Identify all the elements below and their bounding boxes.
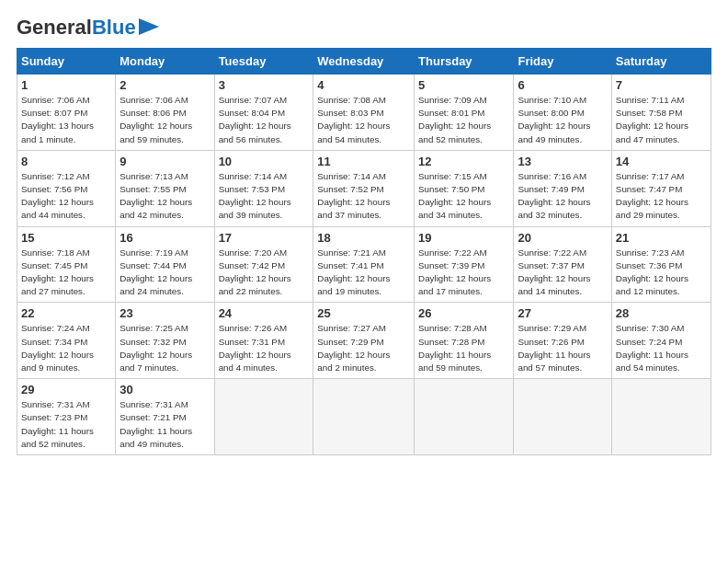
calendar-day-cell: 11Sunrise: 7:14 AM Sunset: 7:52 PM Dayli… [313,150,415,226]
day-number: 27 [518,306,607,320]
day-info: Sunrise: 7:10 AM Sunset: 8:00 PM Dayligh… [518,94,607,146]
calendar-day-cell [415,379,514,455]
calendar-day-cell: 12Sunrise: 7:15 AM Sunset: 7:50 PM Dayli… [415,150,514,226]
day-info: Sunrise: 7:14 AM Sunset: 7:53 PM Dayligh… [219,170,310,223]
weekday-header-saturday: Saturday [611,49,711,75]
day-number: 28 [616,306,707,320]
calendar-day-cell: 8Sunrise: 7:12 AM Sunset: 7:56 PM Daylig… [17,150,116,226]
day-info: Sunrise: 7:27 AM Sunset: 7:29 PM Dayligh… [317,322,410,374]
day-info: Sunrise: 7:22 AM Sunset: 7:39 PM Dayligh… [418,247,509,299]
calendar-day-cell: 1Sunrise: 7:06 AM Sunset: 8:07 PM Daylig… [17,75,116,151]
calendar-day-cell: 17Sunrise: 7:20 AM Sunset: 7:42 PM Dayli… [214,226,313,303]
calendar-day-cell: 30Sunrise: 7:31 AM Sunset: 7:21 PM Dayli… [116,379,214,455]
day-number: 26 [418,306,509,320]
calendar-day-cell: 28Sunrise: 7:30 AM Sunset: 7:24 PM Dayli… [611,303,711,379]
day-number: 20 [518,231,607,245]
day-number: 1 [21,78,111,92]
calendar-day-cell: 21Sunrise: 7:23 AM Sunset: 7:36 PM Dayli… [611,226,711,303]
calendar-day-cell: 10Sunrise: 7:14 AM Sunset: 7:53 PM Dayli… [214,150,313,226]
calendar-day-cell: 5Sunrise: 7:09 AM Sunset: 8:01 PM Daylig… [415,75,514,151]
day-info: Sunrise: 7:16 AM Sunset: 7:49 PM Dayligh… [518,170,607,223]
day-info: Sunrise: 7:26 AM Sunset: 7:31 PM Dayligh… [219,322,310,374]
day-info: Sunrise: 7:21 AM Sunset: 7:41 PM Dayligh… [317,247,410,299]
day-info: Sunrise: 7:23 AM Sunset: 7:36 PM Dayligh… [616,247,707,299]
calendar-day-cell: 26Sunrise: 7:28 AM Sunset: 7:28 PM Dayli… [415,303,514,379]
day-info: Sunrise: 7:22 AM Sunset: 7:37 PM Dayligh… [518,247,607,299]
day-number: 22 [21,306,111,320]
day-info: Sunrise: 7:13 AM Sunset: 7:55 PM Dayligh… [119,170,210,223]
day-info: Sunrise: 7:06 AM Sunset: 8:07 PM Dayligh… [21,94,111,146]
logo-arrow-icon [139,18,159,35]
day-number: 21 [616,231,707,245]
calendar-day-cell: 20Sunrise: 7:22 AM Sunset: 7:37 PM Dayli… [514,226,611,303]
weekday-header-friday: Friday [514,49,611,75]
calendar-table: SundayMondayTuesdayWednesdayThursdayFrid… [17,48,711,455]
calendar-day-cell: 2Sunrise: 7:06 AM Sunset: 8:06 PM Daylig… [116,75,214,151]
day-info: Sunrise: 7:15 AM Sunset: 7:50 PM Dayligh… [418,170,509,223]
calendar-week-row: 22Sunrise: 7:24 AM Sunset: 7:34 PM Dayli… [17,303,711,379]
day-number: 6 [518,78,607,92]
day-info: Sunrise: 7:25 AM Sunset: 7:32 PM Dayligh… [119,322,210,374]
day-info: Sunrise: 7:20 AM Sunset: 7:42 PM Dayligh… [219,247,310,299]
weekday-header-tuesday: Tuesday [214,49,313,75]
day-info: Sunrise: 7:31 AM Sunset: 7:21 PM Dayligh… [119,398,210,451]
calendar-day-cell: 29Sunrise: 7:31 AM Sunset: 7:23 PM Dayli… [17,379,116,455]
day-info: Sunrise: 7:29 AM Sunset: 7:26 PM Dayligh… [518,322,607,374]
day-info: Sunrise: 7:30 AM Sunset: 7:24 PM Dayligh… [616,322,707,374]
weekday-header-row: SundayMondayTuesdayWednesdayThursdayFrid… [17,49,711,75]
calendar-day-cell: 25Sunrise: 7:27 AM Sunset: 7:29 PM Dayli… [313,303,415,379]
calendar-day-cell [214,379,313,455]
calendar-day-cell: 24Sunrise: 7:26 AM Sunset: 7:31 PM Dayli… [214,303,313,379]
page-header: GeneralBlue [17,17,711,39]
calendar-week-row: 29Sunrise: 7:31 AM Sunset: 7:23 PM Dayli… [17,379,711,455]
day-number: 9 [119,155,210,168]
calendar-week-row: 15Sunrise: 7:18 AM Sunset: 7:45 PM Dayli… [17,226,711,303]
day-number: 5 [418,78,509,92]
day-number: 13 [518,155,607,168]
day-number: 19 [418,231,509,245]
day-number: 14 [616,155,707,168]
weekday-header-wednesday: Wednesday [313,49,415,75]
calendar-day-cell [313,379,415,455]
day-number: 11 [317,155,410,168]
day-number: 2 [119,78,210,92]
day-number: 24 [219,306,310,320]
day-number: 4 [317,78,410,92]
day-number: 10 [219,155,310,168]
day-info: Sunrise: 7:19 AM Sunset: 7:44 PM Dayligh… [119,247,210,299]
calendar-day-cell: 22Sunrise: 7:24 AM Sunset: 7:34 PM Dayli… [17,303,116,379]
logo: GeneralBlue [17,17,159,39]
calendar-day-cell: 7Sunrise: 7:11 AM Sunset: 7:58 PM Daylig… [611,75,711,151]
calendar-day-cell: 13Sunrise: 7:16 AM Sunset: 7:49 PM Dayli… [514,150,611,226]
weekday-header-sunday: Sunday [17,49,116,75]
day-info: Sunrise: 7:14 AM Sunset: 7:52 PM Dayligh… [317,170,410,223]
calendar-day-cell: 23Sunrise: 7:25 AM Sunset: 7:32 PM Dayli… [116,303,214,379]
weekday-header-thursday: Thursday [415,49,514,75]
calendar-day-cell [514,379,611,455]
calendar-week-row: 8Sunrise: 7:12 AM Sunset: 7:56 PM Daylig… [17,150,711,226]
day-number: 25 [317,306,410,320]
calendar-day-cell: 27Sunrise: 7:29 AM Sunset: 7:26 PM Dayli… [514,303,611,379]
day-info: Sunrise: 7:11 AM Sunset: 7:58 PM Dayligh… [616,94,707,146]
day-info: Sunrise: 7:28 AM Sunset: 7:28 PM Dayligh… [418,322,509,374]
calendar-day-cell: 19Sunrise: 7:22 AM Sunset: 7:39 PM Dayli… [415,226,514,303]
day-info: Sunrise: 7:31 AM Sunset: 7:23 PM Dayligh… [21,398,111,451]
calendar-day-cell: 3Sunrise: 7:07 AM Sunset: 8:04 PM Daylig… [214,75,313,151]
calendar-day-cell: 4Sunrise: 7:08 AM Sunset: 8:03 PM Daylig… [313,75,415,151]
svg-marker-0 [139,18,159,35]
day-info: Sunrise: 7:09 AM Sunset: 8:01 PM Dayligh… [418,94,509,146]
day-number: 15 [21,231,111,245]
day-number: 12 [418,155,509,168]
day-info: Sunrise: 7:12 AM Sunset: 7:56 PM Dayligh… [21,170,111,223]
day-number: 7 [616,78,707,92]
day-info: Sunrise: 7:18 AM Sunset: 7:45 PM Dayligh… [21,247,111,299]
day-number: 30 [119,383,210,396]
day-number: 17 [219,231,310,245]
calendar-day-cell: 18Sunrise: 7:21 AM Sunset: 7:41 PM Dayli… [313,226,415,303]
page-container: GeneralBlue SundayMondayTuesdayWednesday… [0,0,728,465]
calendar-day-cell: 15Sunrise: 7:18 AM Sunset: 7:45 PM Dayli… [17,226,116,303]
day-info: Sunrise: 7:06 AM Sunset: 8:06 PM Dayligh… [119,94,210,146]
day-number: 8 [21,155,111,168]
day-number: 23 [119,306,210,320]
calendar-day-cell [611,379,711,455]
